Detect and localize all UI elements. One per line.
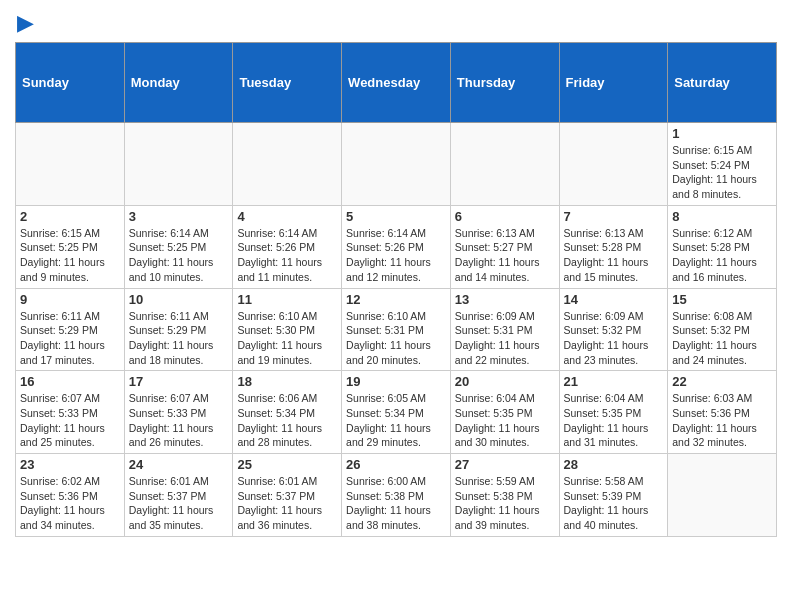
calendar-cell: 14Sunrise: 6:09 AMSunset: 5:32 PMDayligh…	[559, 288, 668, 371]
day-info: Sunrise: 6:12 AMSunset: 5:28 PMDaylight:…	[672, 226, 772, 285]
day-info: Sunrise: 6:02 AMSunset: 5:36 PMDaylight:…	[20, 474, 120, 533]
day-number: 19	[346, 374, 446, 389]
day-info: Sunrise: 6:11 AMSunset: 5:29 PMDaylight:…	[129, 309, 229, 368]
day-info: Sunrise: 6:09 AMSunset: 5:32 PMDaylight:…	[564, 309, 664, 368]
day-number: 11	[237, 292, 337, 307]
calendar-week-5: 23Sunrise: 6:02 AMSunset: 5:36 PMDayligh…	[16, 454, 777, 537]
day-info: Sunrise: 6:07 AMSunset: 5:33 PMDaylight:…	[129, 391, 229, 450]
day-number: 22	[672, 374, 772, 389]
day-info: Sunrise: 6:15 AMSunset: 5:24 PMDaylight:…	[672, 143, 772, 202]
calendar-header-tuesday: Tuesday	[233, 43, 342, 123]
calendar-week-3: 9Sunrise: 6:11 AMSunset: 5:29 PMDaylight…	[16, 288, 777, 371]
calendar-header-wednesday: Wednesday	[342, 43, 451, 123]
day-info: Sunrise: 6:13 AMSunset: 5:28 PMDaylight:…	[564, 226, 664, 285]
day-number: 20	[455, 374, 555, 389]
day-number: 10	[129, 292, 229, 307]
day-info: Sunrise: 6:13 AMSunset: 5:27 PMDaylight:…	[455, 226, 555, 285]
calendar-cell	[559, 123, 668, 206]
calendar-cell: 15Sunrise: 6:08 AMSunset: 5:32 PMDayligh…	[668, 288, 777, 371]
day-number: 25	[237, 457, 337, 472]
day-number: 6	[455, 209, 555, 224]
day-info: Sunrise: 6:03 AMSunset: 5:36 PMDaylight:…	[672, 391, 772, 450]
day-number: 28	[564, 457, 664, 472]
calendar-table: SundayMondayTuesdayWednesdayThursdayFrid…	[15, 42, 777, 537]
day-number: 4	[237, 209, 337, 224]
calendar-cell: 7Sunrise: 6:13 AMSunset: 5:28 PMDaylight…	[559, 205, 668, 288]
day-info: Sunrise: 6:14 AMSunset: 5:25 PMDaylight:…	[129, 226, 229, 285]
day-info: Sunrise: 6:08 AMSunset: 5:32 PMDaylight:…	[672, 309, 772, 368]
calendar-cell: 17Sunrise: 6:07 AMSunset: 5:33 PMDayligh…	[124, 371, 233, 454]
day-number: 18	[237, 374, 337, 389]
page-container: ▶ SundayMondayTuesdayWednesdayThursdayFr…	[0, 0, 792, 547]
calendar-week-1: 1Sunrise: 6:15 AMSunset: 5:24 PMDaylight…	[16, 123, 777, 206]
calendar-cell: 18Sunrise: 6:06 AMSunset: 5:34 PMDayligh…	[233, 371, 342, 454]
calendar-cell: 26Sunrise: 6:00 AMSunset: 5:38 PMDayligh…	[342, 454, 451, 537]
day-info: Sunrise: 6:01 AMSunset: 5:37 PMDaylight:…	[129, 474, 229, 533]
day-info: Sunrise: 6:10 AMSunset: 5:30 PMDaylight:…	[237, 309, 337, 368]
day-number: 17	[129, 374, 229, 389]
day-info: Sunrise: 6:06 AMSunset: 5:34 PMDaylight:…	[237, 391, 337, 450]
calendar-header-sunday: Sunday	[16, 43, 125, 123]
day-info: Sunrise: 6:05 AMSunset: 5:34 PMDaylight:…	[346, 391, 446, 450]
day-number: 27	[455, 457, 555, 472]
calendar-cell: 27Sunrise: 5:59 AMSunset: 5:38 PMDayligh…	[450, 454, 559, 537]
day-number: 12	[346, 292, 446, 307]
calendar-cell: 8Sunrise: 6:12 AMSunset: 5:28 PMDaylight…	[668, 205, 777, 288]
calendar-header-row: SundayMondayTuesdayWednesdayThursdayFrid…	[16, 43, 777, 123]
calendar-cell	[342, 123, 451, 206]
day-number: 3	[129, 209, 229, 224]
calendar-cell: 19Sunrise: 6:05 AMSunset: 5:34 PMDayligh…	[342, 371, 451, 454]
day-info: Sunrise: 6:14 AMSunset: 5:26 PMDaylight:…	[346, 226, 446, 285]
day-number: 15	[672, 292, 772, 307]
day-info: Sunrise: 6:04 AMSunset: 5:35 PMDaylight:…	[455, 391, 555, 450]
calendar-cell	[16, 123, 125, 206]
day-info: Sunrise: 5:59 AMSunset: 5:38 PMDaylight:…	[455, 474, 555, 533]
calendar-header-thursday: Thursday	[450, 43, 559, 123]
calendar-cell: 3Sunrise: 6:14 AMSunset: 5:25 PMDaylight…	[124, 205, 233, 288]
day-info: Sunrise: 6:15 AMSunset: 5:25 PMDaylight:…	[20, 226, 120, 285]
calendar-cell	[668, 454, 777, 537]
calendar-cell: 23Sunrise: 6:02 AMSunset: 5:36 PMDayligh…	[16, 454, 125, 537]
day-number: 7	[564, 209, 664, 224]
calendar-cell: 9Sunrise: 6:11 AMSunset: 5:29 PMDaylight…	[16, 288, 125, 371]
day-info: Sunrise: 6:01 AMSunset: 5:37 PMDaylight:…	[237, 474, 337, 533]
calendar-cell	[233, 123, 342, 206]
calendar-cell: 16Sunrise: 6:07 AMSunset: 5:33 PMDayligh…	[16, 371, 125, 454]
day-info: Sunrise: 6:07 AMSunset: 5:33 PMDaylight:…	[20, 391, 120, 450]
calendar-cell: 10Sunrise: 6:11 AMSunset: 5:29 PMDayligh…	[124, 288, 233, 371]
calendar-week-4: 16Sunrise: 6:07 AMSunset: 5:33 PMDayligh…	[16, 371, 777, 454]
calendar-cell: 25Sunrise: 6:01 AMSunset: 5:37 PMDayligh…	[233, 454, 342, 537]
calendar-cell	[450, 123, 559, 206]
calendar-cell: 11Sunrise: 6:10 AMSunset: 5:30 PMDayligh…	[233, 288, 342, 371]
day-number: 16	[20, 374, 120, 389]
calendar-cell: 28Sunrise: 5:58 AMSunset: 5:39 PMDayligh…	[559, 454, 668, 537]
day-info: Sunrise: 6:10 AMSunset: 5:31 PMDaylight:…	[346, 309, 446, 368]
calendar-cell: 21Sunrise: 6:04 AMSunset: 5:35 PMDayligh…	[559, 371, 668, 454]
calendar-cell: 13Sunrise: 6:09 AMSunset: 5:31 PMDayligh…	[450, 288, 559, 371]
calendar-week-2: 2Sunrise: 6:15 AMSunset: 5:25 PMDaylight…	[16, 205, 777, 288]
header: ▶	[15, 10, 777, 36]
calendar-header-monday: Monday	[124, 43, 233, 123]
day-number: 8	[672, 209, 772, 224]
day-number: 2	[20, 209, 120, 224]
calendar-cell: 5Sunrise: 6:14 AMSunset: 5:26 PMDaylight…	[342, 205, 451, 288]
day-number: 14	[564, 292, 664, 307]
day-number: 9	[20, 292, 120, 307]
day-info: Sunrise: 6:14 AMSunset: 5:26 PMDaylight:…	[237, 226, 337, 285]
logo-bird-icon: ▶	[17, 10, 34, 36]
calendar-cell: 22Sunrise: 6:03 AMSunset: 5:36 PMDayligh…	[668, 371, 777, 454]
calendar-cell: 4Sunrise: 6:14 AMSunset: 5:26 PMDaylight…	[233, 205, 342, 288]
calendar-cell: 2Sunrise: 6:15 AMSunset: 5:25 PMDaylight…	[16, 205, 125, 288]
day-number: 26	[346, 457, 446, 472]
day-info: Sunrise: 6:09 AMSunset: 5:31 PMDaylight:…	[455, 309, 555, 368]
calendar-header-saturday: Saturday	[668, 43, 777, 123]
day-number: 24	[129, 457, 229, 472]
calendar-cell	[124, 123, 233, 206]
calendar-cell: 1Sunrise: 6:15 AMSunset: 5:24 PMDaylight…	[668, 123, 777, 206]
logo: ▶	[15, 10, 34, 36]
day-number: 23	[20, 457, 120, 472]
day-info: Sunrise: 6:00 AMSunset: 5:38 PMDaylight:…	[346, 474, 446, 533]
day-number: 5	[346, 209, 446, 224]
calendar-header-friday: Friday	[559, 43, 668, 123]
day-number: 13	[455, 292, 555, 307]
